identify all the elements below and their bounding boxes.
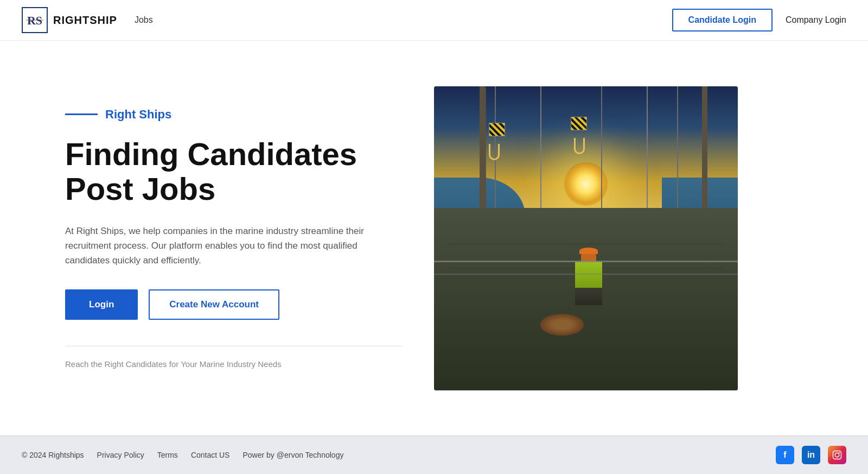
privacy-policy-link[interactable]: Privacy Policy (97, 451, 144, 459)
powered-by: Power by @ervon Technology (242, 451, 343, 459)
copyright: © 2024 Rightships (22, 451, 84, 459)
crane-hook-1 (489, 123, 505, 136)
facebook-icon[interactable]: f (776, 446, 794, 464)
tagline-row: Right Ships (65, 108, 401, 122)
contact-us-link[interactable]: Contact US (191, 451, 230, 459)
reach-text: Reach the Right Candidates for Your Mari… (65, 359, 401, 369)
create-account-button[interactable]: Create New Account (149, 289, 279, 320)
ship-scene (434, 86, 738, 390)
nav-jobs[interactable]: Jobs (135, 15, 153, 25)
railing (434, 261, 738, 262)
hook-1 (489, 144, 500, 160)
worker-head (581, 251, 596, 262)
rope-coil (540, 314, 584, 336)
footer-left: © 2024 Rightships Privacy Policy Terms C… (22, 451, 776, 459)
social-links: f in (776, 446, 846, 464)
linkedin-icon[interactable]: in (802, 446, 820, 464)
login-button[interactable]: Login (65, 289, 138, 320)
footer: © 2024 Rightships Privacy Policy Terms C… (0, 435, 868, 474)
terms-link[interactable]: Terms (157, 451, 178, 459)
left-content: Right Ships Finding Candidates Post Jobs… (65, 108, 401, 369)
hero-description: At Right Ships, we help companies in the… (65, 224, 369, 268)
railing-lower (434, 274, 738, 275)
candidate-login-button[interactable]: Candidate Login (672, 9, 773, 31)
tagline-text: Right Ships (105, 108, 171, 122)
cta-buttons: Login Create New Account (65, 289, 401, 320)
crane-hook-2 (571, 117, 587, 130)
hero-image (434, 86, 738, 390)
worker-helmet (579, 248, 598, 254)
svg-rect-3 (833, 451, 841, 459)
instagram-icon[interactable] (828, 446, 846, 464)
hero-title: Finding Candidates Post Jobs (65, 137, 401, 206)
worker-body (575, 262, 602, 305)
header: RS RIGHTSHIP Jobs Candidate Login Compan… (0, 0, 868, 41)
worker-figure (575, 251, 602, 305)
svg-point-5 (839, 452, 840, 453)
brand-name: RIGHTSHIP (53, 14, 117, 27)
tagline-bar (65, 113, 98, 115)
cable-3 (601, 86, 602, 223)
divider (65, 346, 401, 346)
deck-line-1 (449, 243, 723, 244)
logo-icon: RS (22, 7, 48, 33)
logo-area: RS RIGHTSHIP (22, 7, 117, 33)
svg-point-4 (835, 453, 839, 457)
hook-2 (574, 138, 585, 154)
company-login-button[interactable]: Company Login (786, 15, 846, 25)
main-content: Right Ships Finding Candidates Post Jobs… (0, 41, 868, 435)
